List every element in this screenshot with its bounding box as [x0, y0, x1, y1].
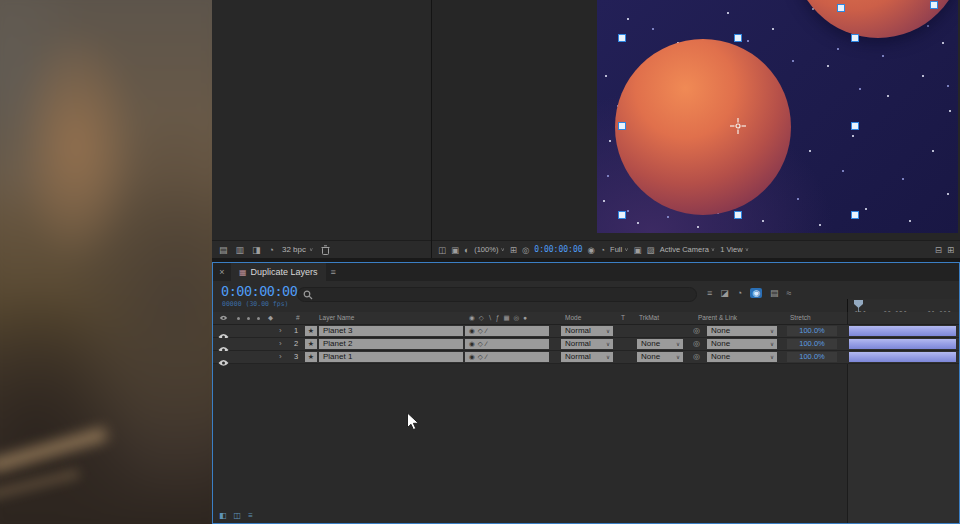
selection-handle[interactable]: [837, 4, 845, 12]
label-color-chip[interactable]: ★: [305, 339, 317, 349]
region-of-interest-icon[interactable]: ▣: [634, 245, 642, 255]
new-composition-icon[interactable]: ◨: [252, 241, 261, 259]
layer-switches[interactable]: ◉◇∕: [465, 339, 549, 349]
expand-transfer-controls-icon[interactable]: ◫: [234, 511, 242, 520]
stretch-value[interactable]: 100.0%: [787, 339, 837, 349]
background-photo: [0, 0, 212, 524]
layer-switches[interactable]: ◉◇∕: [465, 352, 549, 362]
layer-name-cell[interactable]: Planet 1: [319, 352, 463, 362]
audio-column-icon: [237, 317, 240, 320]
trash-icon[interactable]: [321, 241, 330, 259]
layer-duration-bar[interactable]: [849, 352, 956, 362]
viewer-timecode[interactable]: 0:00:00:00: [534, 245, 582, 254]
label-color-chip[interactable]: ★: [305, 352, 317, 362]
parent-pickwhip-icon[interactable]: ◎: [693, 326, 700, 336]
zoom-value: (100%): [474, 245, 498, 254]
mode-dropdown[interactable]: ∨Normal: [561, 326, 613, 336]
mini-flowchart-icon[interactable]: ≡: [707, 288, 712, 298]
camera-view-dropdown[interactable]: Active Camera ∨: [660, 245, 716, 254]
snapshot-view-icon[interactable]: ◫: [438, 245, 446, 255]
project-panel-toolbar: ▤ ▥ ◨ ◔ 32 bpc ∨: [212, 240, 431, 258]
label-color-chip[interactable]: ★: [305, 326, 317, 336]
expand-layer-switches-icon[interactable]: ◧: [219, 511, 227, 520]
expand-time-controls-icon[interactable]: ≡: [248, 511, 253, 520]
anchor-point-icon[interactable]: [730, 118, 746, 138]
composition-viewport[interactable]: [597, 0, 958, 233]
mode-dropdown[interactable]: ∨Normal: [561, 339, 613, 349]
panel-menu-icon[interactable]: ≡: [331, 267, 336, 277]
layer-duration-bar[interactable]: [849, 326, 956, 336]
twirl-arrow-icon[interactable]: ›: [279, 326, 282, 336]
camera-view-value: Active Camera: [660, 245, 709, 254]
layer-number: 2: [294, 339, 298, 349]
selection-handle[interactable]: [851, 122, 859, 130]
parent-pickwhip-icon[interactable]: ◎: [693, 352, 700, 362]
selection-handle[interactable]: [734, 211, 742, 219]
layer-row: › 3 ★ Planet 1 ◉◇∕ ∨Normal ∨None ◎ ∨None…: [213, 351, 959, 364]
project-bit-depth-button[interactable]: 32 bpc ∨: [282, 245, 313, 254]
parent-pickwhip-icon[interactable]: ◎: [693, 339, 700, 349]
chevron-down-icon: ∨: [309, 247, 313, 253]
chevron-down-icon: ∨: [606, 339, 610, 349]
timeline-bottom-toggles: ◧ ◫ ≡: [219, 511, 253, 520]
stretch-value[interactable]: 100.0%: [787, 352, 837, 362]
trkmat-dropdown[interactable]: ∨None: [637, 339, 683, 349]
parent-dropdown[interactable]: ∨None: [707, 352, 777, 362]
new-folder-icon[interactable]: ▥: [236, 241, 245, 259]
grid-guides-icon[interactable]: ⊞: [510, 245, 517, 255]
close-icon[interactable]: ×: [213, 267, 231, 277]
chevron-down-icon: ∨: [676, 339, 680, 349]
search-input[interactable]: [297, 287, 697, 302]
column-layer-name: Layer Name: [319, 314, 354, 321]
interpret-footage-icon[interactable]: ◔: [269, 241, 274, 259]
selection-handle[interactable]: [930, 1, 938, 9]
fast-previews-icon[interactable]: ⊞: [947, 245, 954, 255]
switch-column-icons: ◉◇∖ƒ▦◎●: [469, 314, 531, 322]
frame-info: 00000 (30.00 fps): [222, 300, 289, 308]
layer-duration-bar[interactable]: [849, 339, 956, 349]
mask-visibility-icon[interactable]: ◎: [522, 245, 529, 255]
selection-handle[interactable]: [618, 211, 626, 219]
parent-dropdown[interactable]: ∨None: [707, 339, 777, 349]
shy-layers-icon[interactable]: ◔: [737, 288, 742, 298]
layer-number: 1: [294, 326, 298, 336]
trkmat-dropdown[interactable]: ∨None: [637, 352, 683, 362]
timeline-timecode[interactable]: 0:00:00:00: [221, 283, 297, 299]
layer-name-cell[interactable]: Planet 2: [319, 339, 463, 349]
motion-blur-icon[interactable]: ◉: [750, 288, 762, 298]
eye-toggle[interactable]: [218, 353, 229, 371]
layer-row: › 1 ★ Planet 3 ◉◇∕ ∨Normal ◎ ∨None 100.0…: [213, 325, 959, 338]
selection-handle[interactable]: [618, 34, 626, 42]
project-grid-view-icon[interactable]: ▤: [219, 241, 228, 259]
transparency-grid-icon[interactable]: ▨: [647, 245, 655, 255]
magnification-dropdown[interactable]: (100%) ∨: [474, 245, 505, 254]
selection-handle[interactable]: [851, 34, 859, 42]
solo-column-icon: [247, 317, 250, 320]
timeline-toggle-cluster: ≡ ◪ ◔ ◉ ▤ ≈: [707, 288, 792, 298]
channel-icon[interactable]: ◐: [464, 245, 469, 255]
twirl-arrow-icon[interactable]: ›: [279, 352, 282, 362]
layer-name-cell[interactable]: Planet 3: [319, 326, 463, 336]
trkmat-value: None: [637, 339, 660, 348]
resolution-dropdown[interactable]: Full ∨: [610, 245, 629, 254]
mode-dropdown[interactable]: ∨Normal: [561, 352, 613, 362]
view-layout-dropdown[interactable]: 1 View ∨: [720, 245, 749, 254]
tab-duplicate-layers[interactable]: ▦ Duplicate Layers: [231, 263, 326, 281]
stretch-value[interactable]: 100.0%: [787, 326, 837, 336]
selection-handle[interactable]: [851, 211, 859, 219]
twirl-arrow-icon[interactable]: ›: [279, 339, 282, 349]
selection-handle[interactable]: [734, 34, 742, 42]
draft-3d-icon[interactable]: ◪: [720, 288, 729, 298]
graph-editor-icon[interactable]: ≈: [787, 288, 792, 298]
photo-blur-blobs: [0, 0, 212, 524]
display-icon[interactable]: ▣: [451, 245, 459, 255]
show-snapshot-icon[interactable]: ◔: [600, 245, 605, 255]
frame-blending-icon[interactable]: ▤: [770, 288, 779, 298]
snapshot-camera-icon[interactable]: ◉: [588, 245, 595, 255]
pixel-aspect-icon[interactable]: ⊟: [935, 245, 942, 255]
parent-dropdown[interactable]: ∨None: [707, 326, 777, 336]
lock-column-icon: [257, 317, 260, 320]
layer-switches[interactable]: ◉◇∕: [465, 326, 549, 336]
resolution-value: Full: [610, 245, 622, 254]
selection-handle[interactable]: [618, 122, 626, 130]
